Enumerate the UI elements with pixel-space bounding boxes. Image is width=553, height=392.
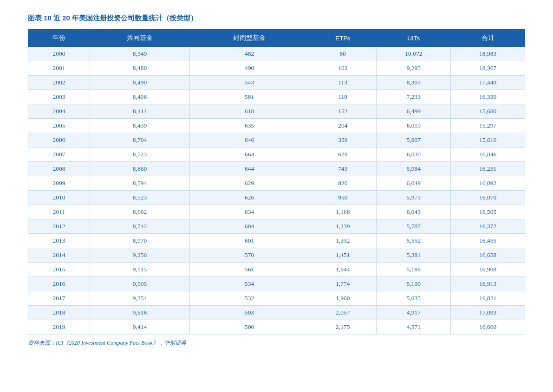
header-col-0: 年份 [28,30,90,47]
table-row: 20058,4396352046,01915,297 [28,119,525,133]
cell-9-4: 6,049 [377,176,451,191]
cell-6-0: 2006 [28,133,90,148]
cell-9-0: 2009 [28,176,90,191]
cell-19-5: 16,660 [451,320,525,334]
cell-19-3: 2,175 [309,320,377,334]
table-row: 20008,3494828010,07218,983 [28,47,525,61]
cell-16-5: 16,913 [451,277,525,291]
cell-5-3: 204 [309,119,377,133]
cell-13-2: 601 [190,234,309,248]
table-row: 20068,7046463595,90715,616 [28,133,525,148]
cell-5-5: 15,297 [451,119,525,133]
cell-4-0: 2004 [28,104,90,119]
cell-9-5: 16,092 [451,176,525,191]
cell-4-4: 6,499 [377,104,451,119]
cell-18-2: 503 [190,306,309,320]
cell-15-1: 9,515 [90,263,189,277]
cell-18-3: 2,057 [309,306,377,320]
cell-19-4: 4,571 [377,320,451,334]
cell-18-5: 17,093 [451,306,525,320]
cell-7-2: 664 [190,148,309,162]
cell-15-0: 2015 [28,263,90,277]
cell-12-3: 1,239 [309,219,377,234]
cell-1-1: 8,480 [90,61,189,76]
table-row: 20088,8606447435,98416,231 [28,162,525,176]
cell-16-3: 1,774 [309,277,377,291]
cell-16-4: 5,100 [377,277,451,291]
cell-11-5: 16,505 [451,205,525,219]
cell-14-5: 16,658 [451,248,525,263]
cell-13-3: 1,332 [309,234,377,248]
table-row: 20048,4116181526,49915,680 [28,104,525,119]
cell-14-0: 2014 [28,248,90,263]
table-header-row: 年份共同基金封闭型基金ETFsUITs合计 [28,30,525,47]
cell-2-2: 543 [190,76,309,90]
cell-3-4: 7,233 [377,90,451,104]
cell-10-3: 950 [309,191,377,205]
cell-17-3: 1,900 [309,291,377,306]
table-body: 20008,3494828010,07218,98320018,48049010… [28,47,525,334]
cell-13-0: 2013 [28,234,90,248]
cell-10-4: 5,971 [377,191,451,205]
cell-4-3: 152 [309,104,377,119]
cell-16-1: 9,505 [90,277,189,291]
cell-9-1: 8,594 [90,176,189,191]
cell-18-1: 9,616 [90,306,189,320]
cell-2-3: 113 [309,76,377,90]
header-col-3: ETFs [309,30,377,47]
chart-title-main: 近 20 年美国注册投资公司数量统计（按类型） [52,14,197,22]
cell-1-0: 2001 [28,61,90,76]
cell-11-1: 8,662 [90,205,189,219]
cell-7-4: 6,030 [377,148,451,162]
cell-12-2: 604 [190,219,309,234]
table-row: 20138,9706011,3325,55216,455 [28,234,525,248]
table-row: 20028,4905431138,30317,449 [28,76,525,90]
header-col-2: 封闭型基金 [190,30,309,47]
table-row: 20018,4804901029,29518,367 [28,61,525,76]
cell-2-0: 2002 [28,76,90,90]
cell-8-3: 743 [309,162,377,176]
cell-13-5: 16,455 [451,234,525,248]
cell-5-0: 2005 [28,119,90,133]
table-row: 20108,5236269505,97116,070 [28,191,525,205]
table-row: 20199,4145002,1754,57116,660 [28,320,525,334]
cell-2-5: 17,449 [451,76,525,90]
header-col-5: 合计 [451,30,525,47]
cell-5-1: 8,439 [90,119,189,133]
cell-12-4: 5,787 [377,219,451,234]
cell-0-0: 2000 [28,47,90,61]
cell-7-5: 16,046 [451,148,525,162]
cell-17-0: 2017 [28,291,90,306]
table-row: 20149,2565701,4515,38116,658 [28,248,525,263]
cell-6-4: 5,907 [377,133,451,148]
cell-7-3: 629 [309,148,377,162]
cell-8-2: 644 [190,162,309,176]
cell-9-2: 629 [190,176,309,191]
cell-6-2: 646 [190,133,309,148]
cell-0-3: 80 [309,47,377,61]
cell-13-4: 5,552 [377,234,451,248]
cell-0-1: 8,349 [90,47,189,61]
cell-11-2: 634 [190,205,309,219]
data-table: 年份共同基金封闭型基金ETFsUITs合计 20008,3494828010,0… [28,29,525,334]
cell-3-3: 119 [309,90,377,104]
cell-3-0: 2003 [28,90,90,104]
table-row: 20179,3545321,9005,03516,821 [28,291,525,306]
cell-14-3: 1,451 [309,248,377,263]
cell-11-0: 2011 [28,205,90,219]
cell-12-0: 2012 [28,219,90,234]
cell-8-5: 16,231 [451,162,525,176]
source-note: 资料来源：ICI《2020 Investment Company Fact Bo… [28,339,525,347]
table-row: 20169,5055341,7745,10016,913 [28,277,525,291]
cell-8-0: 2008 [28,162,90,176]
header-col-4: UITs [377,30,451,47]
cell-14-2: 570 [190,248,309,263]
cell-5-2: 635 [190,119,309,133]
cell-7-1: 8,723 [90,148,189,162]
cell-17-1: 9,354 [90,291,189,306]
cell-2-4: 8,303 [377,76,451,90]
header-col-1: 共同基金 [90,30,189,47]
cell-11-4: 6,043 [377,205,451,219]
cell-1-5: 18,367 [451,61,525,76]
table-row: 20128,7426041,2395,78716,372 [28,219,525,234]
